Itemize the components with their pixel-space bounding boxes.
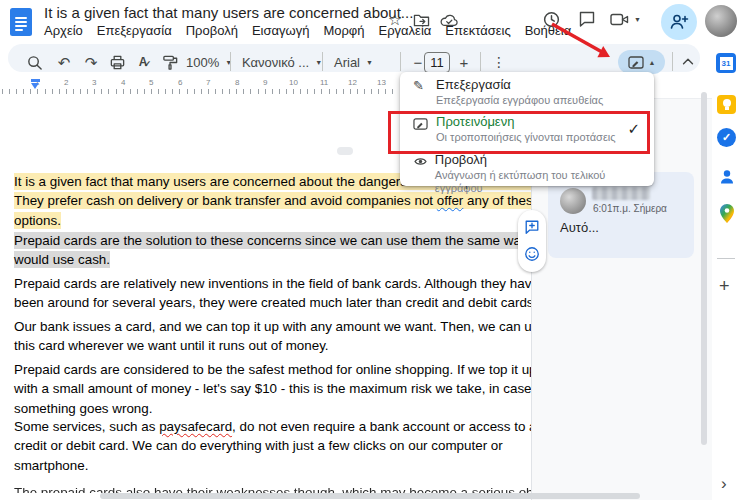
add-comment-icon[interactable]: [524, 219, 540, 235]
indent-marker[interactable]: [31, 79, 40, 82]
vertical-scrollbar[interactable]: [701, 92, 707, 445]
increase-font-size-button[interactable]: +: [452, 51, 476, 73]
ruler-number: 3: [92, 78, 96, 87]
comment-timestamp: 6:01π.μ. Σήμερα: [593, 203, 667, 214]
print-icon[interactable]: [105, 51, 129, 73]
paragraph[interactable]: Our bank issues a card, and we can top i…: [14, 317, 532, 356]
ruler-number: 12: [348, 78, 357, 87]
ruler-number: 2: [64, 78, 68, 87]
cloud-status-icon[interactable]: [438, 9, 460, 31]
more-options-icon[interactable]: ⋮: [487, 51, 511, 73]
calendar-icon[interactable]: 31: [716, 53, 736, 73]
menu-file[interactable]: Αρχείο: [42, 23, 85, 38]
version-history-icon[interactable]: [540, 8, 562, 30]
toolbar: ↶ ↷ A✓: [0, 40, 741, 76]
editing-mode-button[interactable]: ▲: [618, 50, 665, 74]
toolbar-divider: [322, 52, 323, 71]
tasks-icon[interactable]: ✓: [717, 128, 736, 147]
redo-icon[interactable]: ↷: [79, 51, 103, 73]
indent-marker-triangle[interactable]: [31, 83, 39, 89]
contacts-icon[interactable]: [718, 168, 736, 185]
maps-icon[interactable]: [720, 204, 734, 223]
annotation-pill: [518, 210, 546, 272]
add-addon-icon[interactable]: +: [719, 276, 730, 297]
meet-video-button[interactable]: ▼: [610, 12, 641, 27]
editing-mode-menu: ✎ Επεξεργασία Επεξεργασία εγγράφου απευθ…: [400, 72, 654, 186]
horizontal-scrollbar[interactable]: [100, 493, 640, 499]
account-avatar[interactable]: [705, 5, 737, 37]
paint-format-icon[interactable]: [158, 51, 182, 73]
search-icon[interactable]: [22, 51, 46, 73]
paragraph[interactable]: Prepaid cards are relatively new inventi…: [14, 274, 532, 313]
spellcheck-icon[interactable]: A✓: [131, 51, 155, 73]
chevron-right-icon[interactable]: ›: [721, 474, 727, 494]
caret-down-icon: ▼: [366, 59, 373, 66]
video-camera-icon: [610, 12, 629, 27]
font-select[interactable]: Arial▼: [334, 51, 373, 73]
paragraph[interactable]: Prepaid cards are considered to be the s…: [14, 360, 532, 418]
check-icon: ✓: [627, 120, 640, 138]
grammar-flagged-word[interactable]: offer: [437, 193, 464, 208]
ruler-ticks: [2, 89, 398, 94]
eye-icon: [413, 153, 430, 168]
caret-up-icon: ▲: [649, 59, 656, 66]
menu-format[interactable]: Μορφή: [321, 23, 366, 38]
title-bar: It is a given fact that many users are c…: [0, 0, 741, 44]
pencil-icon: ✎: [413, 78, 431, 93]
toolbar-pill: ↶ ↷ A✓: [8, 44, 700, 72]
ruler-number: 6: [178, 78, 182, 87]
menu-item-viewing[interactable]: Προβολή Ανάγνωση ή εκτύπωση του τελικού …: [400, 152, 654, 195]
ruler-number: 8: [235, 78, 239, 87]
font-size-input[interactable]: 11: [424, 52, 450, 73]
paragraph[interactable]: Some services, such as paysafecard, do n…: [14, 417, 532, 475]
caret-down-icon: ▼: [225, 59, 232, 66]
ruler-number: 11: [320, 78, 328, 87]
emoji-reaction-icon[interactable]: [524, 246, 540, 262]
ruler-number: 5: [149, 78, 153, 87]
page-marker: [337, 147, 353, 155]
ruler-number: 13: [377, 78, 386, 87]
undo-icon[interactable]: ↶: [52, 51, 76, 73]
share-button[interactable]: [661, 4, 697, 40]
menu-item-editing[interactable]: ✎ Επεξεργασία Επεξεργασία εγγράφου απευθ…: [400, 77, 654, 107]
ruler-number: 4: [121, 78, 125, 87]
clipped-paragraph[interactable]: The prepaid cards also have their weakne…: [0, 483, 531, 493]
suggest-mode-icon: [628, 55, 644, 70]
google-docs-window: It is a given fact that many users are c…: [0, 0, 741, 500]
star-icon[interactable]: ☆: [384, 9, 406, 31]
toolbar-divider: [480, 52, 481, 71]
spelling-flagged-word[interactable]: paysafecard: [159, 419, 232, 434]
hide-menus-button[interactable]: [676, 51, 700, 73]
toolbar-divider: [230, 52, 231, 71]
chevron-up-icon: [680, 54, 696, 70]
toolbar-divider: [672, 52, 673, 71]
paragraph-style-select[interactable]: Κανονικό ...▼: [242, 51, 322, 73]
side-panel-rail: 31 ✓ + ›: [712, 44, 741, 500]
toolbar-divider: [400, 52, 401, 71]
comment-text: Αυτό...: [560, 220, 599, 235]
person-add-icon: [669, 12, 689, 32]
docs-logo-icon[interactable]: [10, 8, 32, 36]
menu-bar: Αρχείο Επεξεργασία Προβολή Εισαγωγή Μορφ…: [42, 23, 573, 38]
move-folder-icon[interactable]: [410, 9, 432, 31]
ruler-number: 7: [206, 78, 210, 87]
document-title[interactable]: It is a given fact that many users are c…: [44, 4, 413, 21]
menu-insert[interactable]: Εισαγωγή: [250, 23, 311, 38]
rail-divider: [717, 258, 735, 259]
keep-icon[interactable]: [717, 95, 736, 114]
suggest-mode-icon: [413, 115, 431, 131]
ruler-number: 10: [289, 78, 298, 87]
ruler-number: 9: [263, 78, 267, 87]
comments-icon[interactable]: [576, 8, 598, 30]
zoom-select[interactable]: 100%▼: [186, 51, 232, 73]
menu-view[interactable]: Προβολή: [184, 23, 240, 38]
menu-edit[interactable]: Επεξεργασία: [95, 23, 174, 38]
paragraph[interactable]: Prepaid cards are the solution to these …: [14, 231, 532, 270]
caret-down-icon: ▼: [634, 16, 641, 23]
menu-item-suggesting[interactable]: Προτεινόμενη Οι τροποποιήσεις γίνονται π…: [400, 114, 654, 144]
